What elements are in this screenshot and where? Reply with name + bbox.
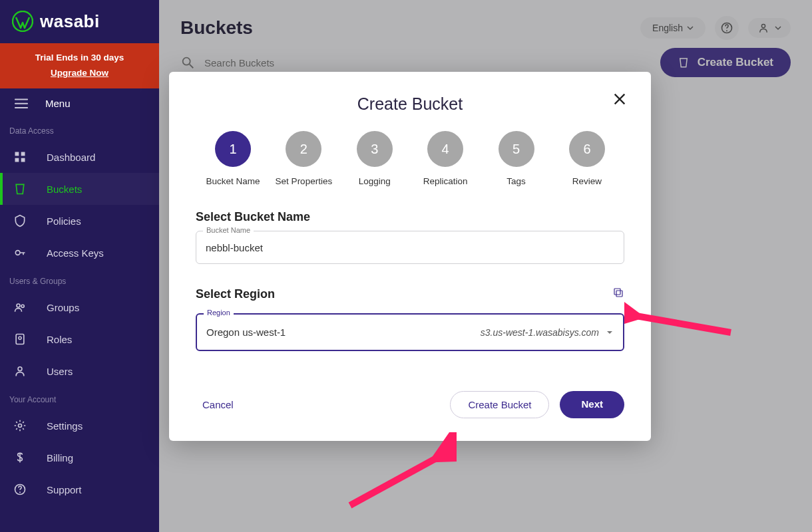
sidebar-item-access-keys[interactable]: Access Keys <box>0 237 159 269</box>
step-number: 6 <box>569 131 605 167</box>
step-review[interactable]: 6 Review <box>554 131 620 186</box>
sidebar-item-label: Support <box>47 484 82 495</box>
step-number: 5 <box>499 131 534 167</box>
step-number: 4 <box>427 131 463 167</box>
bucket-name-label: Bucket Name <box>203 226 254 234</box>
chevron-down-icon <box>606 329 614 336</box>
brand-logo[interactable]: wasabi <box>0 0 159 43</box>
chevron-down-icon <box>775 25 781 31</box>
svg-point-8 <box>15 251 20 255</box>
modal-title: Create Bucket <box>196 94 624 114</box>
step-label: Tags <box>507 176 526 186</box>
step-number: 3 <box>357 131 393 167</box>
upgrade-now-link[interactable]: Upgrade Now <box>0 68 159 78</box>
svg-rect-1 <box>15 98 28 100</box>
bucket-icon <box>678 57 690 68</box>
search-input[interactable] <box>204 57 471 68</box>
sidebar-item-roles[interactable]: Roles <box>0 323 159 355</box>
sidebar-item-policies[interactable]: Policies <box>0 205 159 237</box>
chevron-down-icon <box>687 25 694 31</box>
sidebar-item-label: Access Keys <box>47 247 104 259</box>
person-icon <box>757 22 769 34</box>
step-logging[interactable]: 3 Logging <box>341 131 408 186</box>
user-menu[interactable] <box>748 18 791 38</box>
bucket-name-input[interactable] <box>206 242 614 253</box>
step-bucket-name[interactable]: 1 Bucket Name <box>200 131 266 186</box>
stepper: 1 Bucket Name 2 Set Properties 3 Logging… <box>200 131 620 186</box>
create-bucket-button[interactable]: Create Bucket <box>450 391 549 418</box>
svg-rect-5 <box>21 152 25 156</box>
language-label: English <box>652 23 683 33</box>
create-bucket-button-main[interactable]: Create Bucket <box>660 48 791 77</box>
region-endpoint: s3.us-west-1.wasabisys.com <box>481 327 599 338</box>
section-users-groups: Users & Groups <box>0 269 159 291</box>
step-number: 1 <box>215 131 251 167</box>
svg-rect-6 <box>15 158 19 162</box>
search-icon <box>180 55 195 70</box>
svg-rect-3 <box>15 107 28 108</box>
bucket-name-field[interactable]: Bucket Name <box>196 231 624 264</box>
sidebar-item-label: Policies <box>47 215 81 227</box>
copy-endpoint-button[interactable] <box>612 287 624 301</box>
sidebar-item-label: Settings <box>47 420 83 432</box>
section-your-account: Your Account <box>0 387 159 410</box>
menu-toggle[interactable]: Menu <box>0 88 159 118</box>
svg-rect-4 <box>15 152 19 156</box>
svg-point-9 <box>17 304 20 307</box>
sidebar-item-label: Groups <box>47 302 79 313</box>
sidebar-item-users[interactable]: Users <box>0 355 159 387</box>
select-bucket-name-heading: Select Bucket Name <box>196 210 624 224</box>
sidebar-item-settings[interactable]: Settings <box>0 410 159 442</box>
next-button[interactable]: Next <box>560 391 624 418</box>
sidebar: wasabi Trial Ends in 30 days Upgrade Now… <box>0 0 159 532</box>
key-icon <box>12 245 28 261</box>
gear-icon <box>12 418 28 434</box>
sidebar-item-dashboard[interactable]: Dashboard <box>0 141 159 173</box>
sidebar-item-label: Roles <box>47 334 72 345</box>
sidebar-item-support[interactable]: Support <box>0 473 159 505</box>
create-bucket-modal: Create Bucket 1 Bucket Name 2 Set Proper… <box>169 72 651 441</box>
svg-point-14 <box>19 424 22 428</box>
sidebar-item-label: Dashboard <box>47 152 95 163</box>
menu-label: Menu <box>45 98 71 109</box>
help-button[interactable] <box>715 16 739 40</box>
bucket-icon <box>12 181 28 197</box>
step-set-properties[interactable]: 2 Set Properties <box>270 131 337 186</box>
sidebar-item-buckets[interactable]: Buckets <box>0 173 159 205</box>
brand-text: wasabi <box>40 11 100 32</box>
sidebar-item-billing[interactable]: Billing <box>0 442 159 473</box>
step-label: Bucket Name <box>206 176 260 186</box>
create-bucket-label: Create Bucket <box>698 56 773 69</box>
sidebar-item-label: Buckets <box>47 184 82 195</box>
svg-point-12 <box>19 336 21 339</box>
region-label: Region <box>204 309 234 317</box>
svg-rect-22 <box>614 289 620 295</box>
svg-point-19 <box>761 24 765 27</box>
svg-point-16 <box>19 491 21 493</box>
search-buckets[interactable] <box>180 55 660 70</box>
wasabi-logo-icon <box>12 11 33 32</box>
step-replication[interactable]: 4 Replication <box>412 131 479 186</box>
step-tags[interactable]: 5 Tags <box>483 131 550 186</box>
step-label: Set Properties <box>276 176 333 186</box>
roles-icon <box>12 331 28 347</box>
cancel-button[interactable]: Cancel <box>196 391 240 418</box>
modal-close-button[interactable] <box>612 92 627 109</box>
region-value: Oregon us-west-1 <box>206 327 286 338</box>
svg-rect-21 <box>616 291 622 297</box>
sidebar-item-groups[interactable]: Groups <box>0 291 159 323</box>
trial-banner[interactable]: Trial Ends in 30 days Upgrade Now <box>0 43 159 88</box>
svg-rect-7 <box>21 158 25 162</box>
trial-text: Trial Ends in 30 days <box>0 53 159 63</box>
section-data-access: Data Access <box>0 118 159 141</box>
region-select[interactable]: Region Oregon us-west-1 s3.us-west-1.was… <box>196 313 624 351</box>
svg-point-18 <box>726 30 727 31</box>
dashboard-icon <box>12 149 28 165</box>
step-label: Logging <box>359 176 391 186</box>
close-icon <box>612 92 627 106</box>
language-selector[interactable]: English <box>640 17 706 39</box>
svg-point-20 <box>183 58 190 65</box>
step-label: Review <box>572 176 602 186</box>
svg-point-0 <box>13 11 33 31</box>
svg-point-10 <box>21 305 24 307</box>
